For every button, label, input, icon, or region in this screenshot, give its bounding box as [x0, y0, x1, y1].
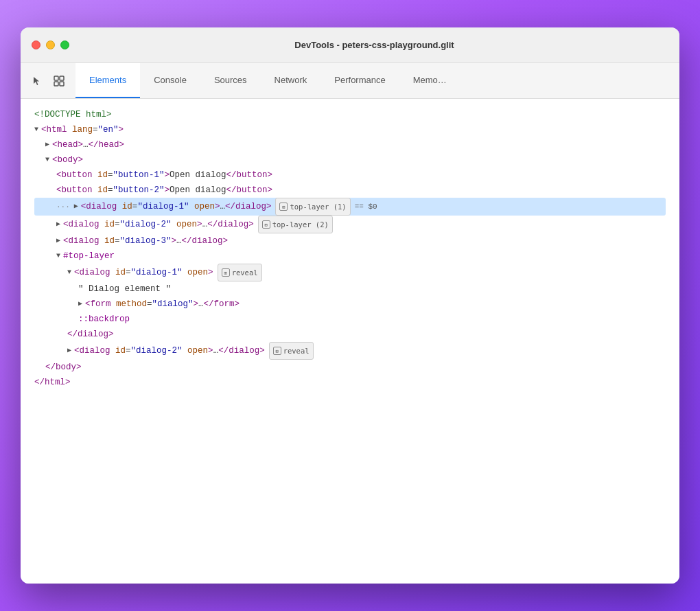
- tab-sources[interactable]: Sources: [200, 63, 261, 98]
- reveal-badge-1[interactable]: ⊞ reveal: [218, 264, 262, 281]
- dom-line-dialog-close: </dialog>: [34, 327, 666, 342]
- tab-elements[interactable]: Elements: [75, 63, 140, 98]
- dom-line-backdrop[interactable]: ::backdrop: [34, 312, 666, 327]
- tab-network[interactable]: Network: [261, 63, 321, 98]
- dom-line-top-layer[interactable]: ▼ #top-layer: [34, 249, 666, 264]
- svg-rect-2: [54, 82, 58, 86]
- dom-line-html-close: </html>: [34, 375, 666, 390]
- equals-dollar: == $0: [355, 199, 377, 214]
- tab-console[interactable]: Console: [140, 63, 200, 98]
- dom-line-head[interactable]: ▶ <head> … </head>: [34, 137, 666, 152]
- dom-line-dialog1[interactable]: ··· ▶ <dialog id = "dialog-1" open > … <…: [34, 198, 666, 216]
- dom-line-button2[interactable]: <button id = "button-2" > Open dialog </…: [34, 183, 666, 198]
- devtools-window: DevTools - peters-css-playground.glit El…: [21, 27, 679, 584]
- top-layer-badge-1[interactable]: ⊞ top-layer (1): [275, 198, 350, 216]
- window-title: DevTools - peters-css-playground.glit: [80, 40, 668, 50]
- dom-line-dialog3[interactable]: ▶ <dialog id = "dialog-3" > … </dialog>: [34, 233, 666, 249]
- svg-rect-3: [60, 82, 64, 86]
- tab-icons: [21, 63, 75, 98]
- maximize-button[interactable]: [60, 41, 69, 49]
- dom-line-dialog2-inner[interactable]: ▶ <dialog id = "dialog-2" open > … </dia…: [34, 342, 666, 360]
- dom-line-html-open[interactable]: ▼ <html lang = "en" >: [34, 122, 666, 137]
- dom-line-body-close: </body>: [34, 360, 666, 375]
- minimize-button[interactable]: [46, 41, 55, 49]
- titlebar: DevTools - peters-css-playground.glit: [21, 27, 679, 63]
- cursor-icon[interactable]: [29, 73, 45, 89]
- dom-line-text-dialog: " Dialog element ": [34, 281, 666, 297]
- dots-icon: ···: [56, 199, 70, 214]
- traffic-lights: [32, 41, 69, 49]
- close-button[interactable]: [32, 41, 40, 49]
- dom-line-body-open[interactable]: ▼ <body>: [34, 152, 666, 168]
- top-layer-badge-2[interactable]: ⊞ top-layer (2): [258, 216, 333, 233]
- dom-line-doctype[interactable]: <!DOCTYPE html>: [34, 107, 666, 122]
- doctype-text: <!DOCTYPE html>: [34, 107, 112, 122]
- dom-line-dialog1-inner[interactable]: ▼ <dialog id = "dialog-1" open > ⊞ revea…: [34, 264, 666, 281]
- tabs-bar: Elements Console Sources Network Perform…: [21, 63, 679, 99]
- dom-line-dialog2[interactable]: ▶ <dialog id = "dialog-2" open > … </dia…: [34, 216, 666, 233]
- dom-tree: <!DOCTYPE html> ▼ <html lang = "en" > ▶ …: [21, 99, 679, 584]
- dom-line-form[interactable]: ▶ <form method = "dialog" > … </form>: [34, 297, 666, 312]
- svg-rect-0: [54, 76, 58, 80]
- reveal-badge-2[interactable]: ⊞ reveal: [269, 342, 314, 360]
- inspect-icon[interactable]: [51, 73, 67, 89]
- tab-performance[interactable]: Performance: [320, 63, 399, 98]
- dom-line-button1[interactable]: <button id = "button-1" > Open dialog </…: [34, 168, 666, 183]
- svg-rect-1: [60, 76, 64, 80]
- tab-memory[interactable]: Memo…: [399, 63, 460, 98]
